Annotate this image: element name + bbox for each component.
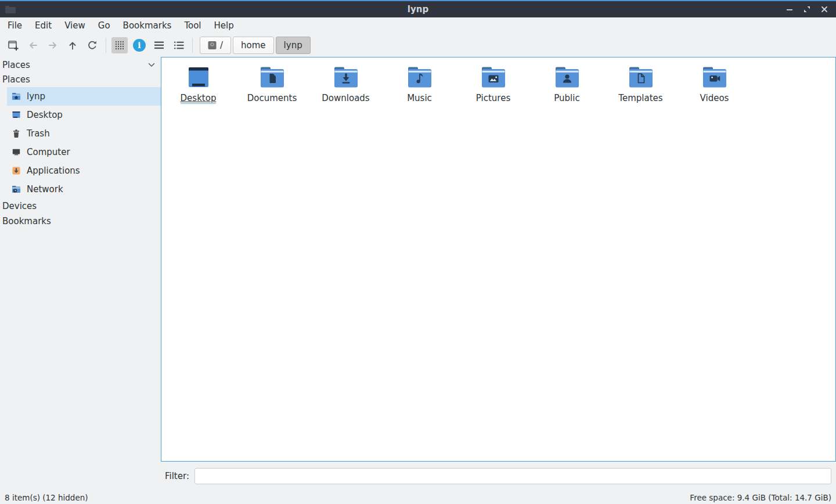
minimize-button[interactable] [784,3,795,15]
documents-folder-icon [258,64,286,89]
new-window-icon [8,39,19,51]
info-icon: i [133,39,146,52]
sidebar-item-label: Computer [27,147,70,157]
path-button-home[interactable]: home [233,37,274,54]
sidebar-section-devices[interactable]: Devices [0,199,161,214]
icon-view-grid-icon [114,40,125,51]
sidebar-item-trash[interactable]: Trash [7,124,161,143]
window-folder-icon [5,5,16,14]
computer-icon [12,147,21,157]
window-body: Places Places lynp Desktop Trash [0,57,836,462]
titlebar: lynp [0,0,836,17]
minimize-icon [786,6,793,13]
folder-item-pictures[interactable]: Pictures [456,64,530,104]
detailed-list-view-icon [174,41,184,49]
toolbar: i / home lynp [0,34,836,57]
info-view-button[interactable]: i [129,37,149,54]
downloads-folder-icon [332,64,360,89]
menu-go[interactable]: Go [92,19,117,33]
window-title: lynp [0,4,836,15]
statusbar-item-count: 8 item(s) (12 hidden) [5,493,88,502]
forward-button[interactable] [43,37,63,54]
folder-item-desktop[interactable]: Desktop [161,64,235,104]
menu-tool[interactable]: Tool [178,19,207,33]
folder-item-label: Videos [700,93,729,103]
folder-item-templates[interactable]: Templates [604,64,678,104]
path-button-lynp[interactable]: lynp [276,37,311,54]
close-button[interactable] [819,3,830,15]
toolbar-separator [192,38,193,53]
close-icon [821,6,828,13]
back-button[interactable] [23,37,43,54]
refresh-icon [87,39,98,51]
home-folder-icon [12,92,21,101]
chevron-down-icon [148,63,155,67]
filter-input[interactable] [194,468,831,484]
folder-view: Desktop Documents Downloads Music Pictur [161,57,836,462]
restore-button[interactable] [801,3,813,15]
desktop-folder-icon [185,64,212,89]
folder-item-documents[interactable]: Documents [235,64,309,104]
statusbar-free-space: Free space: 9.4 GiB (Total: 14.7 GiB) [690,493,831,502]
menu-file[interactable]: File [1,19,28,33]
forward-icon [47,39,59,51]
videos-folder-icon [701,64,729,89]
folder-item-label: Templates [618,93,662,103]
sidebar-section-bookmarks[interactable]: Bookmarks [0,214,161,229]
sidebar-item-desktop[interactable]: Desktop [7,106,161,124]
network-icon [12,185,21,194]
path-bar: / home lynp [200,37,311,54]
folder-item-label: Pictures [476,93,510,103]
menu-bookmarks[interactable]: Bookmarks [117,19,178,33]
path-button-root[interactable]: / [200,37,231,54]
music-folder-icon [406,64,434,89]
folder-item-label: Documents [247,93,297,103]
menu-edit[interactable]: Edit [28,19,58,33]
sidebar-item-label: lynp [27,91,45,102]
filter-label: Filter: [165,471,189,481]
sidebar-panel-label: Places [2,60,30,70]
path-home-label: home [241,40,266,51]
back-icon [27,39,39,51]
sidebar-section-places: Places [0,72,161,87]
sidebar-item-network[interactable]: Network [7,180,161,199]
statusbar: 8 item(s) (12 hidden) Free space: 9.4 Gi… [0,491,836,504]
desktop-icon [12,110,21,120]
sidebar-panel-selector[interactable]: Places [0,58,161,72]
trash-icon [12,129,21,138]
up-icon [67,39,78,51]
path-root-label: / [220,40,223,51]
folder-item-label: Music [407,93,432,103]
filter-bar: Filter: [0,462,836,491]
path-lynp-label: lynp [284,40,302,51]
applications-icon [12,166,21,175]
folder-item-music[interactable]: Music [383,64,456,104]
sidebar-item-label: Desktop [27,110,63,120]
folder-item-public[interactable]: Public [530,64,604,104]
icon-view-button[interactable] [111,37,128,53]
window-controls [784,3,830,15]
public-folder-icon [553,64,581,89]
folder-item-label: Public [554,93,579,103]
menu-view[interactable]: View [58,19,92,33]
menu-help[interactable]: Help [208,19,240,33]
compact-view-icon [154,41,164,49]
sidebar-item-lynp[interactable]: lynp [7,87,161,106]
folder-item-label: Desktop [181,93,217,104]
sidebar-item-applications[interactable]: Applications [7,161,161,180]
new-window-button[interactable] [3,37,23,54]
folder-item-label: Downloads [322,93,369,103]
sidebar-item-label: Network [27,184,63,195]
restore-icon [803,6,810,13]
drive-icon [208,41,217,50]
detailed-list-view-button[interactable] [169,37,189,54]
up-button[interactable] [63,37,82,54]
compact-view-button[interactable] [149,37,169,54]
refresh-button[interactable] [82,37,102,54]
sidebar: Places Places lynp Desktop Trash [0,57,161,462]
folder-item-downloads[interactable]: Downloads [309,64,383,104]
sidebar-item-computer[interactable]: Computer [7,143,161,161]
templates-folder-icon [627,64,655,89]
menubar: File Edit View Go Bookmarks Tool Help [0,17,836,34]
folder-item-videos[interactable]: Videos [678,64,751,104]
